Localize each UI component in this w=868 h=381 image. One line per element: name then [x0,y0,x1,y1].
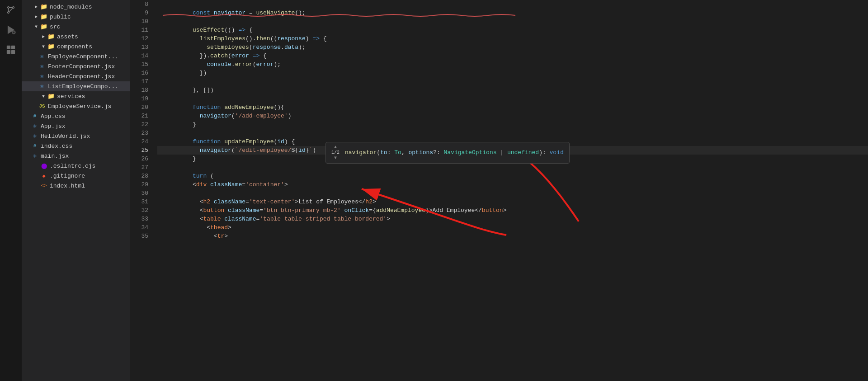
sidebar-item-app-css[interactable]: # App.css [22,111,130,121]
code-line-35: <tr> [157,232,868,240]
line-number: 11 [130,26,154,34]
code-line-23 [157,129,868,137]
code-line-20: function addNewEmployee(){ [157,103,868,112]
sidebar-item-eslintrc[interactable]: ⬤ .eslintrc.cjs [22,161,130,171]
line-number: 24 [130,137,154,146]
sidebar-item-employee-service[interactable]: JS EmployeeService.js [22,101,130,111]
svg-rect-7 [7,46,10,49]
tooltip-up-arrow[interactable]: ▲ [334,145,337,150]
sidebar-item-label: ListEmployeeCompo... [48,83,118,90]
code-line-30 [157,189,868,198]
line-number: 22 [130,120,154,129]
sidebar-item-label: node_modules [50,4,92,10]
code-editor[interactable]: const navigator = useNavigate(); useEffe… [154,0,868,381]
git-file-icon: ◆ [40,173,48,179]
line-numbers: 8 9 10 11 12 13 14 15 16 17 18 19 20 21 … [130,0,154,381]
sidebar-item-label: components [57,43,92,50]
sidebar-item-employee-component[interactable]: ⚛ EmployeeComponent... [22,52,130,61]
code-line-27 [157,163,868,172]
svg-point-0 [8,7,9,9]
jsx-file-icon: ⚛ [31,152,39,160]
sidebar-item-label: src [50,24,60,30]
sidebar-item-footer-component[interactable]: ⚛ FooterComponent.jsx [22,61,130,71]
run-debug-icon[interactable] [5,24,17,36]
code-line-29: <div className='container'> [157,180,868,189]
line-number: 29 [130,180,154,189]
sidebar-item-label: EmployeeService.js [48,103,111,110]
html-file-icon: <> [40,183,48,188]
folder-icon: 📁 [40,23,48,30]
line-number: 12 [130,34,154,43]
sidebar-item-label: index.html [50,183,85,189]
sidebar-item-label: .eslintrc.cjs [50,163,95,169]
svg-rect-9 [7,50,10,54]
line-number: 25 [130,146,154,155]
code-line-16: }) [157,69,868,77]
line-number: 32 [130,206,154,215]
svg-rect-8 [11,46,15,49]
chevron-icon: ► [33,5,40,9]
sidebar-item-gitignore[interactable]: ◆ .gitignore [22,171,130,181]
sidebar-item-label: main.jsx [41,153,69,160]
line-number: 8 [130,0,154,9]
sidebar-item-components[interactable]: ▼ 📁 components [22,42,130,52]
editor-area: 8 9 10 11 12 13 14 15 16 17 18 19 20 21 … [130,0,868,381]
tooltip-counter: 1/2 [331,151,340,155]
line-number: 13 [130,43,154,52]
sidebar-item-label: public [50,14,71,20]
line-number: 27 [130,163,154,172]
line-number: 10 [130,17,154,26]
source-control-icon[interactable] [5,4,17,16]
code-line-19 [157,94,868,103]
code-line-13: setEmployees(response.data); [157,43,868,52]
sidebar-item-label: HeaderComponent.jsx [48,73,115,80]
eslint-file-icon: ⬤ [40,163,48,169]
sidebar-item-label: FooterComponent.jsx [48,63,115,70]
extensions-icon[interactable] [5,43,17,56]
sidebar-item-node-modules[interactable]: ► 📁 node_modules [22,2,130,12]
line-number: 15 [130,60,154,69]
jsx-file-icon: ⚛ [38,63,46,70]
sidebar-item-assets[interactable]: ► 📁 assets [22,32,130,42]
code-line-31: <h2 className='text-center'>List of Empl… [157,198,868,206]
code-line-12: listEmployees().then((response) => { [157,34,868,43]
sidebar-item-app-jsx[interactable]: ⚛ App.jsx [22,121,130,131]
line-number: 14 [130,52,154,60]
sidebar-item-label: assets [57,33,78,40]
sidebar-item-main-jsx[interactable]: ⚛ main.jsx [22,151,130,161]
sidebar-item-index-css[interactable]: # index.css [22,141,130,151]
css-file-icon: # [31,113,39,119]
line-number: 18 [130,86,154,94]
line-number: 34 [130,223,154,232]
jsx-file-icon: ⚛ [38,73,46,80]
code-line-8 [157,0,868,9]
tooltip-nav[interactable]: ▲ 1/2 ▼ [331,145,340,160]
sidebar-item-index-html[interactable]: <> index.html [22,181,130,191]
sidebar-item-list-employee[interactable]: ⚛ ListEmployeeCompo... [22,81,130,91]
folder-icon: 📁 [47,43,55,50]
sidebar-item-label: .gitignore [50,173,85,179]
sidebar-item-services[interactable]: ▼ 📁 services [22,91,130,101]
code-line-22: } [157,120,868,129]
code-line-33: <table className='table table-striped ta… [157,215,868,223]
line-number: 20 [130,103,154,112]
sidebar-item-helloworld[interactable]: ⚛ HelloWorld.jsx [22,131,130,141]
line-number: 21 [130,112,154,120]
sidebar-item-public[interactable]: ► 📁 public [22,12,130,22]
chevron-icon: ► [40,34,47,39]
activity-bar [0,0,22,381]
jsx-file-icon: ⚛ [31,132,39,140]
chevron-icon: ▼ [40,44,47,49]
code-line-17 [157,77,868,86]
js-file-icon: JS [38,103,46,109]
jsx-file-icon: ⚛ [31,122,39,130]
svg-point-2 [8,12,9,14]
line-number: 9 [130,9,154,17]
svg-rect-10 [11,50,15,54]
sidebar-item-src[interactable]: ▼ 📁 src [22,22,130,32]
line-number: 33 [130,215,154,223]
tooltip-down-arrow[interactable]: ▼ [334,156,337,160]
sidebar-item-header-component[interactable]: ⚛ HeaderComponent.jsx [22,71,130,81]
css-file-icon: # [31,143,39,149]
code-line-14: }).catch(error => { [157,52,868,60]
